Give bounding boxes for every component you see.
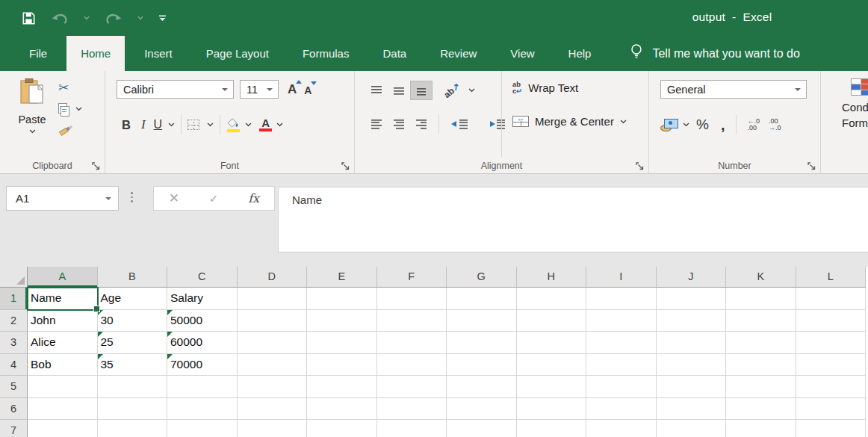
cell-H2[interactable] bbox=[517, 310, 587, 332]
cell-J4[interactable] bbox=[657, 354, 727, 376]
cell-A3[interactable]: Alice bbox=[28, 332, 98, 354]
cell-C1[interactable]: Salary bbox=[167, 288, 238, 310]
number-dialog-launcher-icon[interactable] bbox=[807, 161, 816, 170]
name-box-dropdown-icon[interactable] bbox=[105, 197, 111, 200]
column-header-E[interactable]: E bbox=[307, 267, 377, 288]
cell-F3[interactable] bbox=[377, 332, 447, 354]
cell-C2[interactable]: 50000 bbox=[167, 310, 238, 332]
conditional-formatting-icon[interactable] bbox=[851, 78, 868, 96]
cell-K3[interactable] bbox=[726, 332, 796, 354]
cell-A7[interactable] bbox=[28, 420, 98, 437]
cell-F1[interactable] bbox=[377, 288, 447, 310]
cell-B1[interactable]: Age bbox=[98, 288, 168, 310]
fill-color-dropdown-icon[interactable] bbox=[245, 123, 252, 127]
cell-J6[interactable] bbox=[657, 398, 727, 421]
column-header-K[interactable]: K bbox=[726, 267, 796, 288]
cell-I5[interactable] bbox=[586, 376, 657, 398]
cell-I1[interactable] bbox=[586, 288, 657, 310]
row-header-2[interactable]: 2 bbox=[0, 310, 28, 332]
cell-A2[interactable]: John bbox=[28, 310, 98, 332]
tab-view[interactable]: View bbox=[496, 36, 548, 71]
column-header-L[interactable]: L bbox=[796, 267, 867, 288]
cell-K4[interactable] bbox=[726, 354, 796, 376]
cell-G4[interactable] bbox=[447, 354, 517, 376]
cell-D1[interactable] bbox=[238, 288, 308, 310]
font-name-combo[interactable]: Calibri bbox=[117, 80, 234, 99]
tab-help[interactable]: Help bbox=[554, 36, 606, 71]
cell-I3[interactable] bbox=[586, 332, 657, 354]
cell-E5[interactable] bbox=[307, 376, 377, 398]
cell-L5[interactable] bbox=[796, 376, 867, 398]
comma-style-button[interactable]: , bbox=[716, 121, 731, 128]
cell-H5[interactable] bbox=[517, 376, 587, 398]
cell-H6[interactable] bbox=[517, 398, 587, 421]
cell-G1[interactable] bbox=[447, 288, 517, 310]
cell-G5[interactable] bbox=[447, 376, 517, 398]
cell-A4[interactable]: Bob bbox=[28, 354, 98, 376]
tab-review[interactable]: Review bbox=[426, 36, 491, 71]
orientation-dropdown-icon[interactable] bbox=[468, 88, 475, 93]
cell-A5[interactable] bbox=[28, 376, 98, 398]
cell-D4[interactable] bbox=[238, 354, 308, 376]
align-right-button[interactable] bbox=[410, 114, 433, 134]
cell-D3[interactable] bbox=[238, 332, 308, 354]
paste-dropdown-icon[interactable] bbox=[29, 129, 36, 134]
tell-me-box[interactable]: Tell me what you want to do bbox=[630, 36, 799, 71]
font-color-dropdown-icon[interactable] bbox=[276, 123, 283, 127]
cell-G2[interactable] bbox=[447, 310, 517, 332]
cell-K5[interactable] bbox=[726, 376, 796, 398]
save-icon[interactable] bbox=[19, 7, 38, 29]
enter-icon[interactable]: ✓ bbox=[209, 192, 219, 205]
format-painter-icon[interactable] bbox=[58, 123, 75, 139]
cell-J7[interactable] bbox=[657, 420, 727, 437]
cell-J2[interactable] bbox=[657, 310, 727, 332]
number-format-combo[interactable]: General bbox=[660, 80, 807, 99]
cell-H1[interactable] bbox=[517, 288, 587, 310]
cell-G3[interactable] bbox=[447, 332, 517, 354]
align-center-button[interactable] bbox=[388, 114, 410, 134]
copy-dropdown-icon[interactable] bbox=[75, 107, 82, 111]
select-all-button[interactable] bbox=[0, 267, 28, 288]
tab-file[interactable]: File bbox=[15, 36, 61, 71]
top-align-button[interactable] bbox=[365, 81, 388, 100]
cell-J3[interactable] bbox=[657, 332, 727, 354]
borders-dropdown-icon[interactable] bbox=[207, 123, 214, 127]
column-header-J[interactable]: J bbox=[657, 267, 727, 288]
cell-E7[interactable] bbox=[307, 420, 377, 437]
cell-L2[interactable] bbox=[796, 310, 867, 332]
cell-C5[interactable] bbox=[167, 376, 238, 398]
cell-H7[interactable] bbox=[517, 420, 587, 437]
bold-button[interactable]: B bbox=[117, 118, 136, 132]
wrap-text-button[interactable]: abc↵ Wrap Text bbox=[512, 81, 578, 94]
paste-button[interactable]: Paste bbox=[10, 78, 54, 134]
cell-H4[interactable] bbox=[517, 354, 587, 376]
increase-font-size-button[interactable]: A bbox=[288, 82, 297, 97]
cell-I4[interactable] bbox=[586, 354, 657, 376]
cell-F7[interactable] bbox=[377, 420, 447, 437]
cell-J1[interactable] bbox=[657, 288, 727, 310]
decrease-font-size-button[interactable]: A bbox=[304, 84, 311, 96]
increase-decimal-button[interactable]: ←←.0.0.00 bbox=[743, 118, 764, 132]
column-header-H[interactable]: H bbox=[517, 267, 587, 288]
tab-home[interactable]: Home bbox=[66, 36, 125, 71]
cell-B3[interactable]: 25 bbox=[98, 332, 168, 354]
cell-L1[interactable] bbox=[796, 288, 867, 310]
accounting-dropdown-icon[interactable] bbox=[683, 123, 689, 127]
row-header-6[interactable]: 6 bbox=[0, 398, 28, 421]
underline-button[interactable]: U bbox=[151, 118, 166, 131]
cell-I7[interactable] bbox=[586, 420, 657, 437]
cell-E2[interactable] bbox=[307, 310, 377, 332]
cancel-icon[interactable]: ✕ bbox=[169, 190, 179, 206]
cell-K7[interactable] bbox=[726, 420, 796, 437]
font-color-icon[interactable]: A bbox=[259, 118, 272, 131]
cell-K2[interactable] bbox=[726, 310, 796, 332]
decrease-indent-icon[interactable] bbox=[451, 120, 477, 129]
cell-A1[interactable]: Name bbox=[28, 288, 98, 310]
cell-D7[interactable] bbox=[238, 420, 308, 437]
tab-formulas[interactable]: Formulas bbox=[288, 36, 364, 71]
cell-E4[interactable] bbox=[307, 354, 377, 376]
redo-dropdown-icon[interactable] bbox=[135, 7, 146, 29]
font-dialog-launcher-icon[interactable] bbox=[341, 161, 350, 170]
column-header-B[interactable]: B bbox=[98, 267, 168, 288]
tab-insert[interactable]: Insert bbox=[130, 36, 187, 71]
